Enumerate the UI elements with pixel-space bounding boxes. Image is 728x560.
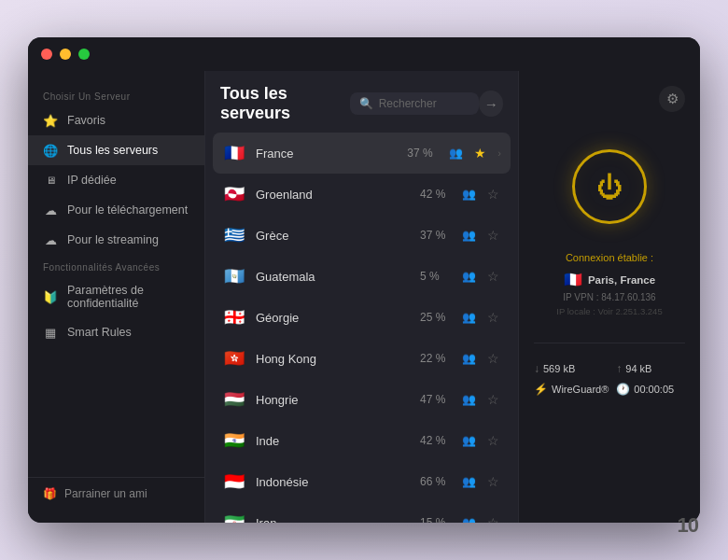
users-icon: 👥 — [462, 229, 476, 242]
server-row[interactable]: 🇭🇺 Hongrie 47 % 👥 ☆ — [213, 379, 511, 420]
sidebar: Choisir Un Serveur ⭐ Favoris 🌐 Tous les … — [28, 71, 205, 523]
sidebar-item-privacy[interactable]: 🔰 Paramètres de confidentialité — [28, 276, 204, 317]
users-icon: 👥 — [462, 352, 476, 365]
favorite-button[interactable]: ☆ — [485, 226, 501, 245]
gift-icon: 🎁 — [43, 487, 57, 500]
country-flag: 🇬🇹 — [222, 264, 246, 288]
favorite-button[interactable]: ☆ — [485, 185, 501, 203]
server-row[interactable]: 🇬🇹 Guatemala 5 % 👥 ☆ — [213, 256, 511, 297]
right-top-bar: ⚙ — [534, 86, 685, 112]
favorite-button[interactable]: ☆ — [485, 390, 501, 409]
sidebar-label-ip: IP dédiée — [67, 174, 117, 187]
country-name: Guatemala — [256, 270, 411, 284]
server-header: Tous les serveurs 🔍 → — [205, 71, 518, 133]
search-box[interactable]: 🔍 — [350, 92, 480, 115]
sidebar-item-streaming[interactable]: ☁ Pour le streaming — [28, 225, 204, 255]
monitor-icon: 🖥 — [43, 173, 58, 188]
arrow-right-icon: → — [484, 96, 498, 112]
users-icon: 👥 — [462, 434, 476, 447]
sidebar-item-download[interactable]: ☁ Pour le téléchargement — [28, 195, 204, 225]
version-badge: 10 — [678, 513, 698, 538]
country-flag: 🇫🇷 — [222, 141, 246, 165]
country-name: Groenland — [256, 188, 411, 202]
app-window: Choisir Un Serveur ⭐ Favoris 🌐 Tous les … — [28, 37, 700, 523]
server-row[interactable]: 🇬🇱 Groenland 42 % 👥 ☆ — [213, 174, 511, 215]
favorite-button[interactable]: ☆ — [485, 513, 501, 523]
country-flag: 🇮🇳 — [222, 428, 246, 453]
users-icon: 👥 — [462, 311, 476, 324]
server-load: 5 % — [420, 270, 453, 283]
server-row[interactable]: 🇫🇷 France 37 % 👥 ★ › — [213, 133, 511, 174]
sidebar-item-favoris[interactable]: ⭐ Favoris — [28, 105, 204, 135]
server-load: 37 % — [407, 147, 440, 160]
server-row[interactable]: 🇮🇷 Iran 15 % 👥 ☆ — [213, 502, 511, 523]
favorite-button[interactable]: ★ — [472, 144, 488, 162]
globe-icon: 🌐 — [43, 143, 58, 158]
power-button[interactable]: ⏻ — [572, 149, 647, 224]
chevron-right-icon: › — [497, 147, 501, 159]
country-name: Iran — [256, 516, 411, 524]
server-row[interactable]: 🇮🇳 Inde 42 % 👥 ☆ — [213, 420, 511, 461]
country-flag: 🇬🇱 — [222, 182, 246, 206]
server-load: 66 % — [420, 475, 453, 488]
time-value: 00:00:05 — [634, 384, 674, 395]
cloud-download-icon: ☁ — [43, 203, 58, 217]
sidebar-label-privacy: Paramètres de confidentialité — [67, 284, 189, 310]
country-flag: 🇮🇩 — [222, 469, 246, 494]
clock-icon: 🕐 — [616, 383, 630, 396]
server-load: 42 % — [420, 188, 453, 201]
favorite-button[interactable]: ☆ — [485, 308, 501, 327]
server-load: 15 % — [420, 516, 453, 523]
protocol-value: WireGuard® — [552, 384, 609, 395]
sidebar-item-ip[interactable]: 🖥 IP dédiée — [28, 165, 204, 195]
conn-city-row: 🇫🇷 Paris, France — [564, 271, 655, 288]
users-icon: 👥 — [462, 270, 476, 283]
sidebar-item-smartrules[interactable]: ▦ Smart Rules — [28, 317, 204, 347]
download-icon: ↓ — [534, 362, 539, 375]
connected-flag: 🇫🇷 — [564, 271, 582, 288]
server-load: 47 % — [420, 393, 453, 406]
cloud-stream-icon: ☁ — [43, 232, 58, 247]
server-load: 22 % — [420, 352, 453, 365]
country-flag: 🇭🇰 — [222, 346, 246, 371]
country-name: France — [256, 147, 398, 161]
shield-icon: 🔰 — [43, 289, 58, 304]
server-row[interactable]: 🇭🇰 Hong Kong 22 % 👥 ☆ — [213, 338, 511, 379]
rules-icon: ▦ — [43, 325, 58, 340]
forward-button[interactable]: → — [479, 91, 503, 117]
sidebar-label-streaming: Pour le streaming — [67, 233, 159, 246]
protocol-icon: ⚡ — [534, 383, 548, 396]
server-row[interactable]: 🇬🇪 Géorgie 25 % 👥 ☆ — [213, 297, 511, 338]
country-name: Hong Kong — [256, 352, 411, 366]
country-name: Inde — [256, 434, 411, 448]
protocol-stat: ⚡ WireGuard® — [534, 383, 609, 396]
users-icon: 👥 — [462, 393, 476, 406]
server-list: 🇫🇷 France 37 % 👥 ★ › 🇬🇱 Groenland 42 % 👥… — [205, 133, 518, 523]
country-name: Indonésie — [256, 475, 411, 489]
minimize-button[interactable] — [60, 49, 71, 60]
sidebar-item-tous[interactable]: 🌐 Tous les serveurs — [28, 135, 204, 165]
time-stat: 🕐 00:00:05 — [616, 383, 685, 396]
server-row[interactable]: 🇬🇷 Grèce 37 % 👥 ☆ — [213, 215, 511, 256]
favorite-button[interactable]: ☆ — [485, 267, 501, 286]
sidebar-bottom-label: Parrainer un ami — [64, 487, 147, 500]
sidebar-label-smartrules: Smart Rules — [67, 326, 132, 339]
conn-city: Paris, France — [588, 274, 655, 286]
users-icon: 👥 — [449, 147, 463, 160]
search-input[interactable] — [379, 97, 470, 110]
server-row[interactable]: 🇮🇩 Indonésie 66 % 👥 ☆ — [213, 461, 511, 502]
connection-label: Connexion établie : — [566, 252, 653, 263]
download-value: 569 kB — [543, 363, 575, 374]
refer-friend-button[interactable]: 🎁 Parrainer un ami — [28, 477, 204, 510]
users-icon: 👥 — [462, 516, 476, 523]
gear-icon: ⚙ — [666, 91, 679, 107]
settings-button[interactable]: ⚙ — [659, 86, 685, 112]
country-flag: 🇬🇷 — [222, 223, 246, 247]
close-button[interactable] — [41, 49, 52, 60]
connection-info: 🇫🇷 Paris, France IP VPN : 84.17.60.136 I… — [534, 271, 685, 316]
favorite-button[interactable]: ☆ — [485, 472, 501, 491]
maximize-button[interactable] — [78, 49, 90, 60]
power-icon: ⏻ — [596, 172, 623, 203]
favorite-button[interactable]: ☆ — [485, 349, 501, 368]
favorite-button[interactable]: ☆ — [485, 431, 501, 450]
